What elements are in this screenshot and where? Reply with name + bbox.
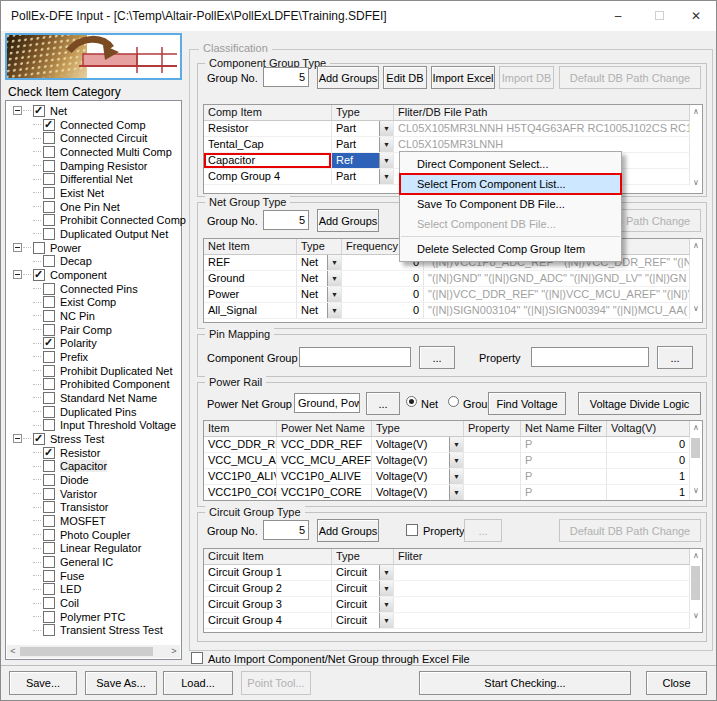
checkbox[interactable] bbox=[43, 173, 55, 185]
checkbox[interactable] bbox=[43, 283, 55, 295]
checkbox[interactable] bbox=[43, 378, 55, 390]
tree-item-led[interactable]: LED bbox=[7, 583, 180, 597]
tree-item-linear-regulator[interactable]: Linear Regulator bbox=[7, 542, 180, 556]
scroll-down-icon[interactable]: ∨ bbox=[690, 486, 702, 495]
tree-item-net[interactable]: Net bbox=[7, 104, 180, 118]
load-button[interactable]: Load... bbox=[163, 671, 233, 695]
checkbox[interactable] bbox=[43, 447, 55, 459]
checkbox[interactable] bbox=[43, 392, 55, 404]
checkbox[interactable] bbox=[43, 255, 55, 267]
menu-item-direct-component-select[interactable]: Direct Component Select... bbox=[400, 154, 621, 174]
tree-item-diode[interactable]: Diode bbox=[7, 473, 180, 487]
cell-voltage[interactable]: 1 bbox=[607, 469, 690, 485]
tree-item-standard-net-name[interactable]: Standard Net Name bbox=[7, 391, 180, 405]
column-header-circuit-item[interactable]: Circuit Item bbox=[204, 549, 332, 565]
property-checkbox-label[interactable]: Property bbox=[423, 525, 465, 537]
table-row[interactable]: GroundNet▼0"(|N|)GND" "(|N|)GND_ADC" "(|… bbox=[204, 271, 702, 287]
column-header-net-item[interactable]: Net Item bbox=[204, 239, 297, 255]
cell-item[interactable]: Circuit Group 2 bbox=[204, 581, 332, 597]
checkbox[interactable] bbox=[43, 488, 55, 500]
checkbox[interactable] bbox=[43, 515, 55, 527]
tree-item-mosfet[interactable]: MOSFET bbox=[7, 514, 180, 528]
save-as-button[interactable]: Save As... bbox=[85, 671, 157, 695]
tree-item-transient-stress-test[interactable]: Transient Stress Test bbox=[7, 624, 180, 638]
cell-item[interactable]: Circuit Group 3 bbox=[204, 597, 332, 613]
dropdown-arrow-icon[interactable]: ▼ bbox=[327, 287, 341, 302]
group-no-input[interactable]: 5 bbox=[263, 210, 309, 230]
checkbox[interactable] bbox=[43, 570, 55, 582]
cell-voltage[interactable]: 0 bbox=[607, 453, 690, 469]
start-checking-button[interactable]: Start Checking... bbox=[419, 671, 631, 695]
tree-item-duplicated-output-net[interactable]: Duplicated Output Net bbox=[7, 227, 180, 241]
cell-type[interactable]: Voltage(V)▼ bbox=[372, 485, 464, 501]
auto-import-label[interactable]: Auto Import Component/Net Group through … bbox=[208, 653, 470, 665]
title-bar[interactable]: PollEx-DFE Input - [C:\Temp\Altair-PollE… bbox=[1, 1, 716, 31]
checkbox[interactable] bbox=[43, 542, 55, 554]
column-header-net-name-filter[interactable]: Net Name Filter bbox=[521, 421, 607, 437]
expander-minus-icon[interactable] bbox=[13, 106, 22, 115]
tree-item-general-ic[interactable]: General IC bbox=[7, 555, 180, 569]
expander-minus-icon[interactable] bbox=[13, 243, 22, 252]
column-header-type[interactable]: Type bbox=[332, 105, 394, 121]
cell-net[interactable]: VCC1P0_ALIVE bbox=[277, 469, 372, 485]
cell-type[interactable]: Part▼ bbox=[332, 121, 394, 137]
scroll-down-icon[interactable]: ∨ bbox=[690, 178, 702, 187]
checkbox[interactable] bbox=[43, 365, 55, 377]
table-row[interactable]: VCC1P0_COREVCC1P0_COREVoltage(V)▼P1 bbox=[204, 485, 702, 501]
cell-freq[interactable]: 0 bbox=[342, 271, 424, 287]
scroll-up-icon[interactable]: ∧ bbox=[690, 241, 702, 250]
tree-item-nc-pin[interactable]: NC Pin bbox=[7, 309, 180, 323]
tree-item-one-pin-net[interactable]: One Pin Net bbox=[7, 200, 180, 214]
table-row[interactable]: All_SignalNet▼0"(|N|)SIGN003104" "(|N|)S… bbox=[204, 303, 702, 319]
dropdown-arrow-icon[interactable]: ▼ bbox=[379, 565, 393, 580]
scroll-right-icon[interactable]: > bbox=[168, 646, 180, 656]
tree-item-varistor[interactable]: Varistor bbox=[7, 487, 180, 501]
cell-filter[interactable] bbox=[394, 581, 690, 597]
cell-voltage[interactable]: 1 bbox=[607, 485, 690, 501]
cell-freq[interactable]: 0 bbox=[342, 287, 424, 303]
table-row[interactable]: Circuit Group 3Circuit▼ bbox=[204, 597, 702, 613]
radio-net[interactable] bbox=[406, 396, 417, 407]
column-header-property[interactable]: Property bbox=[464, 421, 521, 437]
column-header-power-net-name[interactable]: Power Net Name bbox=[277, 421, 372, 437]
column-header-fliter-db-file-path[interactable]: Fliter/DB File Path bbox=[394, 105, 690, 121]
tree-item-capacitor[interactable]: Capacitor bbox=[7, 459, 180, 473]
table-row[interactable]: Circuit Group 1Circuit▼ bbox=[204, 565, 702, 581]
cell-item[interactable]: REF bbox=[204, 255, 297, 271]
checkbox[interactable] bbox=[43, 351, 55, 363]
dropdown-arrow-icon[interactable]: ▼ bbox=[327, 255, 341, 270]
column-header-voltag-v[interactable]: Voltag(V) bbox=[607, 421, 690, 437]
menu-item-save-to-component-db-file[interactable]: Save To Component DB File... bbox=[400, 194, 621, 214]
dropdown-arrow-icon[interactable]: ▼ bbox=[449, 469, 463, 484]
scrollbar-thumb[interactable] bbox=[20, 647, 153, 656]
cell-freq[interactable]: 0 bbox=[342, 303, 424, 319]
cell-type[interactable]: Net▼ bbox=[297, 271, 342, 287]
cell-type[interactable]: Circuit▼ bbox=[332, 565, 394, 581]
close-button[interactable]: ✕ bbox=[679, 1, 713, 30]
dropdown-arrow-icon[interactable]: ▼ bbox=[449, 485, 463, 500]
column-header-type[interactable]: Type bbox=[332, 549, 394, 565]
checkbox[interactable] bbox=[43, 474, 55, 486]
property-checkbox[interactable] bbox=[406, 524, 418, 536]
menu-item-select-from-component-list[interactable]: Select From Component List... bbox=[400, 174, 621, 194]
table-row[interactable]: VCC_MCU_AREVCC_MCU_AREFVoltage(V)▼P0 bbox=[204, 453, 702, 469]
checkbox[interactable] bbox=[43, 160, 55, 172]
circuit-group-table[interactable]: Circuit ItemTypeFliterCircuit Group 1Cir… bbox=[203, 548, 703, 633]
cell-filter[interactable]: "(|N|)VCC_DDR_REF" "(|N|)VCC_MCU_AREF" "… bbox=[424, 287, 690, 303]
column-header-type[interactable]: Type bbox=[297, 239, 342, 255]
minimize-button[interactable]: – bbox=[601, 1, 635, 30]
tree-item-photo-coupler[interactable]: Photo Coupler bbox=[7, 528, 180, 542]
checkbox[interactable] bbox=[43, 406, 55, 418]
tree-item-connected-comp[interactable]: Connected Comp bbox=[7, 118, 180, 132]
cell-item[interactable]: All_Signal bbox=[204, 303, 297, 319]
column-header-comp-item[interactable]: Comp Item bbox=[204, 105, 332, 121]
menu-item-delete-selected-comp-group-item[interactable]: Delete Selected Comp Group Item bbox=[400, 239, 621, 259]
table-row[interactable]: VCC1P0_ALIVEVCC1P0_ALIVEVoltage(V)▼P1 bbox=[204, 469, 702, 485]
find-voltage-button[interactable]: Find Voltage bbox=[488, 392, 566, 415]
cell-type[interactable]: Part▼ bbox=[332, 137, 394, 153]
add-groups-button[interactable]: Add Groups bbox=[317, 209, 379, 232]
auto-import-checkbox[interactable] bbox=[191, 652, 203, 664]
dropdown-arrow-icon[interactable]: ▼ bbox=[449, 437, 463, 452]
scrollbar-thumb[interactable] bbox=[691, 566, 700, 600]
checkbox[interactable] bbox=[43, 132, 55, 144]
